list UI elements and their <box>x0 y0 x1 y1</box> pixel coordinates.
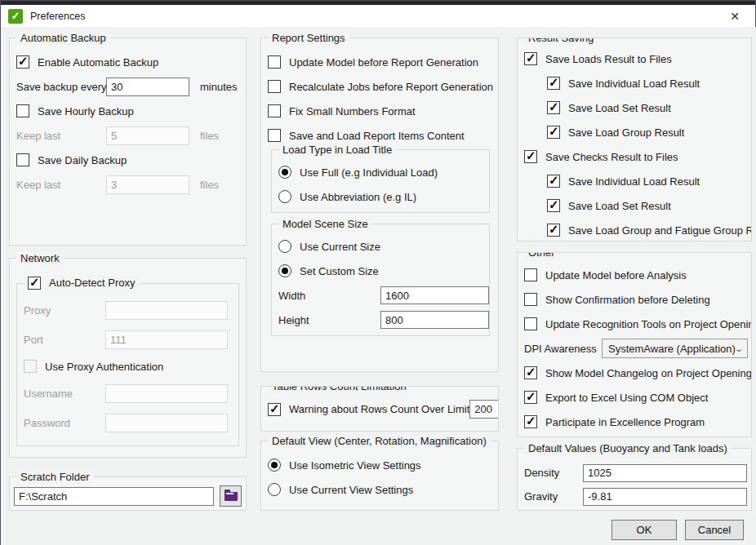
save-loads-result-checkbox[interactable] <box>524 52 537 65</box>
group-title: Result Saving <box>524 38 598 45</box>
show-confirmation-before-deleting-checkbox[interactable] <box>524 293 537 306</box>
checkbox-label: Save Individual Load Result <box>568 175 700 188</box>
group-other: Other Update Model before Analysis Show … <box>517 252 752 437</box>
height-input[interactable] <box>380 311 489 329</box>
checkbox-label: Save Load Set Result <box>568 102 671 114</box>
rows-limit-input[interactable] <box>469 400 499 419</box>
fix-small-numbers-format-checkbox[interactable] <box>268 104 281 117</box>
use-isometric-view-radio[interactable] <box>268 459 281 472</box>
width-input[interactable] <box>380 286 489 304</box>
daily-keep-last-input <box>106 175 189 194</box>
ok-button[interactable]: OK <box>611 520 677 540</box>
recalculate-jobs-before-report-checkbox[interactable] <box>268 80 281 93</box>
group-report-settings: Report Settings Update Model before Repo… <box>260 38 499 372</box>
group-title: Scratch Folder <box>16 470 94 484</box>
density-label: Density <box>524 467 583 479</box>
checkbox-label: Show Model Changelog on Project Opening <box>545 367 752 379</box>
save-load-report-items-checkbox[interactable] <box>268 129 281 142</box>
save-individual-load-result-checkbox[interactable] <box>547 77 560 90</box>
gravity-label: Gravity <box>524 490 583 503</box>
group-default-values: Default Values (Buoyancy and Tank loads)… <box>517 448 752 511</box>
checkbox-label: Save Load Group Result <box>568 126 684 139</box>
height-label: Height <box>278 314 380 326</box>
checkbox-label: Save Loads Result to Files <box>545 53 672 65</box>
password-input <box>105 414 228 432</box>
dialog-body: Automatic Backup Enable Automatic Backup… <box>1 27 756 545</box>
enable-automatic-backup-checkbox[interactable] <box>16 55 29 69</box>
group-table-rows-count-limitation: Table Rows Count Limitation Warning abou… <box>260 386 499 432</box>
checkbox-label: Update Recognition Tools on Project Open… <box>545 318 752 330</box>
save-load-group-result-checkbox[interactable] <box>547 126 560 139</box>
username-label: Username <box>24 388 105 400</box>
save-backup-every-input[interactable] <box>106 78 189 96</box>
update-recognition-tools-checkbox[interactable] <box>524 317 537 330</box>
cancel-button[interactable]: Cancel <box>685 520 744 540</box>
use-current-size-radio[interactable] <box>278 240 291 253</box>
density-input[interactable] <box>583 464 747 482</box>
enable-automatic-backup-label: Enable Automatic Backup <box>38 56 158 69</box>
proxy-label: Proxy <box>24 304 105 317</box>
port-label: Port <box>24 334 105 346</box>
group-title: Other <box>524 252 559 259</box>
group-title: Default View (Center, Rotation, Magnific… <box>268 434 491 448</box>
checkbox-label: Show Confirmation before Deleting <box>545 294 710 306</box>
use-abbreviation-radio[interactable] <box>278 190 291 203</box>
update-model-before-analysis-checkbox[interactable] <box>524 268 537 281</box>
auto-detect-proxy-label: Auto-Detect Proxy <box>49 276 136 290</box>
save-load-group-fatigue-result-checkbox[interactable] <box>547 224 560 237</box>
group-load-type-in-load-title: Load Type in Load Title Use Full (e.g In… <box>271 149 490 213</box>
scratch-folder-input[interactable] <box>14 487 214 506</box>
group-title: Network <box>16 251 64 265</box>
auto-detect-proxy-checkbox[interactable] <box>28 277 41 290</box>
checkbox-label: Save Individual Load Result <box>568 78 700 90</box>
radio-label: Set Custom Size <box>300 265 379 277</box>
checks-save-load-set-result-checkbox[interactable] <box>547 199 560 212</box>
proxy-input <box>105 301 228 320</box>
set-custom-size-radio[interactable] <box>278 264 291 277</box>
width-label: Width <box>278 290 380 302</box>
group-network: Network Auto-Detect Proxy Proxy Port Use… <box>9 258 247 458</box>
use-current-view-radio[interactable] <box>268 483 281 496</box>
use-proxy-authentication-label: Use Proxy Authentication <box>45 361 163 373</box>
hourly-keep-last-label: Keep last <box>16 130 106 142</box>
update-model-before-report-checkbox[interactable] <box>268 55 281 69</box>
group-title: Load Type in Load Title <box>278 143 396 157</box>
save-hourly-backup-checkbox[interactable] <box>16 104 29 117</box>
group-automatic-backup: Automatic Backup Enable Automatic Backup… <box>9 38 247 246</box>
username-input <box>105 384 228 403</box>
warning-rows-count-label: Warning about Rows Count Over Limit <box>289 403 469 415</box>
save-daily-backup-label: Save Daily Backup <box>38 154 127 166</box>
radio-label: Use Current View Settings <box>289 484 413 496</box>
group-title: Report Settings <box>268 31 349 45</box>
participate-excellence-program-checkbox[interactable] <box>524 415 537 428</box>
use-full-radio[interactable] <box>278 166 291 179</box>
checkbox-label: Save Load Set Result <box>568 200 671 212</box>
close-icon[interactable]: ✕ <box>726 8 744 24</box>
checkbox-label: Recalculate Jobs before Report Generatio… <box>289 81 493 93</box>
checkbox-label: Export to Excel Using COM Object <box>545 392 708 404</box>
group-auto-detect-proxy: Auto-Detect Proxy Proxy Port Use Proxy A… <box>16 283 239 446</box>
warning-rows-count-checkbox[interactable] <box>268 403 281 416</box>
group-scratch-folder: Scratch Folder <box>9 476 247 511</box>
checkbox-label: Update Model before Analysis <box>545 269 687 281</box>
radio-label: Use Abbreviation (e.g IL) <box>300 191 416 203</box>
browse-folder-button[interactable] <box>220 485 242 507</box>
titlebar: ✓ Preferences ✕ <box>1 5 755 27</box>
gravity-input[interactable] <box>583 488 747 506</box>
export-excel-com-checkbox[interactable] <box>524 391 537 404</box>
save-checks-result-checkbox[interactable] <box>524 150 537 163</box>
show-model-changelog-checkbox[interactable] <box>524 366 537 379</box>
group-title: Model Scene Size <box>278 217 372 231</box>
radio-label: Use Current Size <box>300 241 380 253</box>
save-load-set-result-checkbox[interactable] <box>547 101 560 114</box>
window-title: Preferences <box>30 11 85 22</box>
checkbox-label: Save Checks Result to Files <box>545 151 678 163</box>
use-proxy-authentication-checkbox <box>24 360 37 373</box>
checkbox-label: Update Model before Report Generation <box>289 56 478 69</box>
dpi-awareness-select[interactable]: SystemAware (Application) ⌄ <box>602 339 748 358</box>
group-model-scene-size: Model Scene Size Use Current Size Set Cu… <box>271 224 490 336</box>
chevron-down-icon: ⌄ <box>734 344 744 353</box>
radio-label: Use Isometric View Settings <box>289 459 421 472</box>
checks-save-individual-load-result-checkbox[interactable] <box>547 175 560 188</box>
save-daily-backup-checkbox[interactable] <box>16 153 29 166</box>
